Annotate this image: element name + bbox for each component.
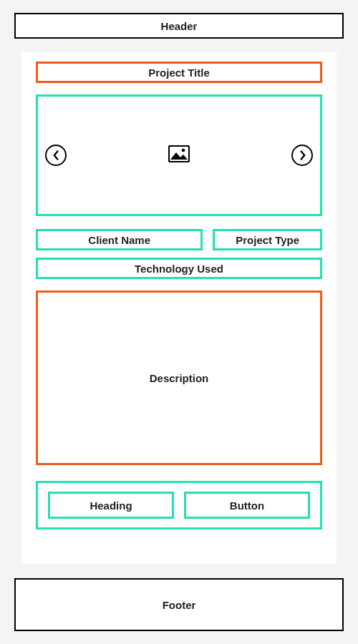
- image-placeholder-icon: [168, 145, 190, 166]
- footer: Footer: [14, 578, 344, 631]
- content-panel: Project Title Client Name Project Type T…: [21, 52, 337, 564]
- client-name-label: Client Name: [88, 234, 150, 246]
- project-title-label: Project Title: [148, 67, 210, 79]
- chevron-right-icon: [299, 150, 306, 161]
- description-box: Description: [36, 291, 322, 465]
- header: Header: [14, 13, 344, 39]
- chevron-left-icon: [52, 150, 60, 161]
- cta-button-label: Button: [230, 499, 264, 512]
- cta-button[interactable]: Button: [184, 492, 310, 519]
- client-name-box: Client Name: [36, 229, 203, 250]
- carousel-prev-button[interactable]: [45, 145, 67, 166]
- header-label: Header: [161, 20, 198, 32]
- technology-used-box: Technology Used: [36, 258, 322, 279]
- footer-label: Footer: [163, 599, 196, 611]
- cta-heading-label: Heading: [90, 499, 132, 512]
- cta-section: Heading Button: [36, 481, 322, 530]
- image-carousel: [36, 94, 322, 216]
- project-type-label: Project Type: [236, 234, 299, 246]
- project-type-box: Project Type: [213, 229, 322, 250]
- carousel-next-button[interactable]: [291, 145, 313, 166]
- project-title-box: Project Title: [36, 62, 322, 83]
- svg-point-2: [182, 149, 185, 152]
- cta-heading-box: Heading: [48, 492, 174, 519]
- description-label: Description: [150, 372, 209, 384]
- meta-row: Client Name Project Type: [36, 229, 322, 250]
- technology-used-label: Technology Used: [135, 263, 223, 275]
